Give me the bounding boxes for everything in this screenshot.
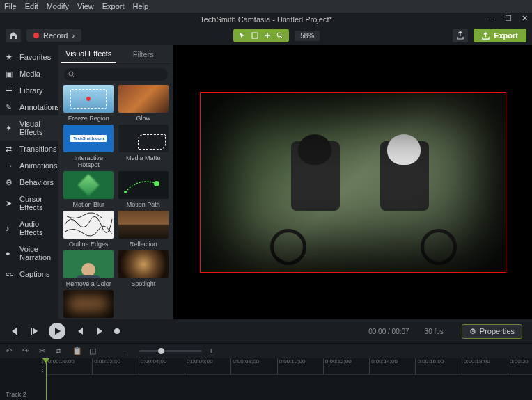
effect-interactive-hotspot[interactable]: TechSmith.comInteractive Hotspot — [63, 125, 115, 168]
zoom-level[interactable]: 58% — [295, 31, 320, 41]
effect-label: Outline Edges — [69, 241, 109, 248]
close-button[interactable]: ✕ — [522, 14, 528, 23]
prev-frame-button[interactable] — [10, 326, 19, 336]
effect-label: Interactive Hotspot — [63, 154, 115, 168]
ruler-mark: 0:00:12;00 — [323, 358, 352, 374]
tab-visual-effects[interactable]: Visual Effects — [61, 45, 116, 63]
pan-tool[interactable] — [263, 31, 272, 40]
ruler-mark: 0:00:14;00 — [369, 358, 398, 374]
window-title: TechSmith Camtasia - Untitled Project* — [200, 15, 332, 24]
sidebar-label: Transitions — [19, 145, 56, 153]
sidebar-label: Cursor Effects — [19, 195, 53, 211]
sidebar-item-transitions[interactable]: ⇄Transitions — [0, 141, 58, 157]
menu-edit[interactable]: Edit — [25, 2, 38, 10]
next-frame-button[interactable] — [95, 326, 104, 336]
audio-icon: ♪ — [6, 224, 15, 232]
timeline[interactable]: + ‹ 0:00:00:00 0:00:02;00 0:00:04;00 0:0… — [0, 358, 532, 400]
share-button[interactable] — [453, 29, 468, 42]
zoom-in-button[interactable]: + — [209, 346, 219, 356]
export-label: Export — [494, 31, 518, 40]
copy-button[interactable]: ⧉ — [56, 346, 65, 356]
fps-display: 30 fps — [425, 328, 444, 335]
sidebar-item-audio-effects[interactable]: ♪Audio Effects — [0, 216, 58, 241]
menu-modify[interactable]: Modify — [47, 2, 69, 10]
sidebar-item-captions[interactable]: CCCaptions — [0, 266, 58, 282]
track-body[interactable] — [46, 385, 532, 400]
cut-button[interactable]: ✂ — [39, 346, 49, 356]
effect-label: Motion Blur — [72, 201, 104, 208]
effect-label: Reflection — [130, 241, 157, 248]
export-button[interactable]: Export — [474, 29, 526, 42]
tab-filters[interactable]: Filters — [116, 45, 171, 63]
play-button[interactable] — [49, 323, 65, 339]
menu-bar: File Edit Modify View Export Help — [0, 0, 532, 13]
magnify-tool[interactable] — [275, 31, 285, 40]
minimize-button[interactable]: — — [487, 14, 495, 23]
search-input[interactable] — [64, 68, 168, 81]
menu-help[interactable]: Help — [133, 2, 149, 10]
step-forward-button[interactable] — [75, 326, 85, 336]
redo-button[interactable]: ↷ — [22, 346, 32, 356]
star-icon: ★ — [6, 53, 15, 61]
effect-reflection[interactable]: Reflection — [118, 211, 170, 248]
step-back-button[interactable] — [29, 326, 39, 336]
track-2[interactable]: Track 2 — [0, 385, 532, 400]
record-icon — [33, 33, 39, 38]
marker-button[interactable] — [114, 328, 120, 334]
sidebar-label: Animations — [19, 161, 57, 170]
title-bar: TechSmith Camtasia - Untitled Project* —… — [0, 13, 532, 26]
menu-export[interactable]: Export — [102, 2, 125, 10]
effect-spotlight[interactable]: Spotlight — [118, 250, 170, 287]
canvas[interactable] — [173, 45, 532, 319]
crop-tool[interactable] — [250, 31, 260, 40]
sidebar-label: Media — [19, 70, 40, 78]
menu-file[interactable]: File — [4, 2, 17, 10]
zoom-out-button[interactable]: − — [123, 346, 132, 356]
record-label: Record — [43, 31, 68, 40]
captions-icon: CC — [6, 270, 15, 278]
transitions-icon: ⇄ — [6, 145, 15, 153]
library-icon: ☰ — [6, 86, 15, 95]
sidebar-item-behaviors[interactable]: ⚙Behaviors — [0, 174, 58, 191]
track-header[interactable]: Track 2 — [0, 391, 46, 398]
timeline-ruler[interactable]: 0:00:00:00 0:00:02;00 0:00:04;00 0:00:06… — [46, 358, 532, 375]
menu-view[interactable]: View — [77, 2, 94, 10]
split-button[interactable]: ◫ — [89, 346, 99, 356]
main-toolbar: Record › 58% Export — [0, 26, 532, 45]
sidebar-label: Behaviors — [19, 178, 54, 186]
preview-frame[interactable] — [200, 92, 506, 273]
sidebar-item-favorites[interactable]: ★Favorites — [0, 49, 58, 65]
effect-glow[interactable]: Glow — [118, 85, 170, 122]
playhead[interactable] — [46, 358, 47, 400]
time-display: 00:00 / 00:07 — [368, 328, 409, 335]
properties-button[interactable]: ⚙Properties — [462, 324, 522, 339]
effect-outline-edges[interactable]: Outline Edges — [63, 211, 115, 248]
home-button[interactable] — [6, 29, 21, 42]
sidebar-item-voice-narration[interactable]: ●Voice Narration — [0, 241, 58, 266]
effect-label: Remove a Color — [66, 280, 111, 287]
sidebar-item-visual-effects[interactable]: ✦Visual Effects — [0, 115, 58, 141]
record-button[interactable]: Record › — [26, 29, 81, 42]
effect-motion-blur[interactable]: Motion Blur — [63, 171, 115, 208]
effect-remove-color[interactable]: Remove a Color — [63, 250, 115, 287]
sidebar-item-animations[interactable]: →Animations — [0, 157, 58, 174]
effect-motion-path[interactable]: Motion Path — [118, 171, 170, 208]
sidebar-item-media[interactable]: ▣Media — [0, 65, 58, 82]
sidebar-item-library[interactable]: ☰Library — [0, 82, 58, 99]
maximize-button[interactable]: ☐ — [505, 14, 512, 23]
effect-freeze-region[interactable]: Freeze Region — [63, 85, 115, 122]
zoom-slider[interactable] — [139, 350, 202, 352]
sidebar-label: Voice Narration — [19, 245, 53, 262]
paste-button[interactable]: 📋 — [72, 346, 82, 356]
sidebar-label: Favorites — [19, 53, 51, 61]
sidebar-item-cursor-effects[interactable]: ➤Cursor Effects — [0, 191, 58, 216]
effects-grid: Freeze Region Glow TechSmith.comInteract… — [61, 85, 171, 327]
effect-media-matte[interactable]: Media Matte — [118, 125, 170, 168]
ruler-mark: 0:00:10;00 — [277, 358, 306, 374]
sidebar-item-annotations[interactable]: ✎Annotations — [0, 99, 58, 115]
undo-button[interactable]: ↶ — [6, 346, 15, 356]
select-tool[interactable] — [237, 31, 247, 40]
effect-label: Media Matte — [126, 154, 161, 161]
collapse-track-button[interactable]: ‹ — [39, 367, 46, 374]
ruler-mark: 0:00:08;00 — [230, 358, 259, 374]
